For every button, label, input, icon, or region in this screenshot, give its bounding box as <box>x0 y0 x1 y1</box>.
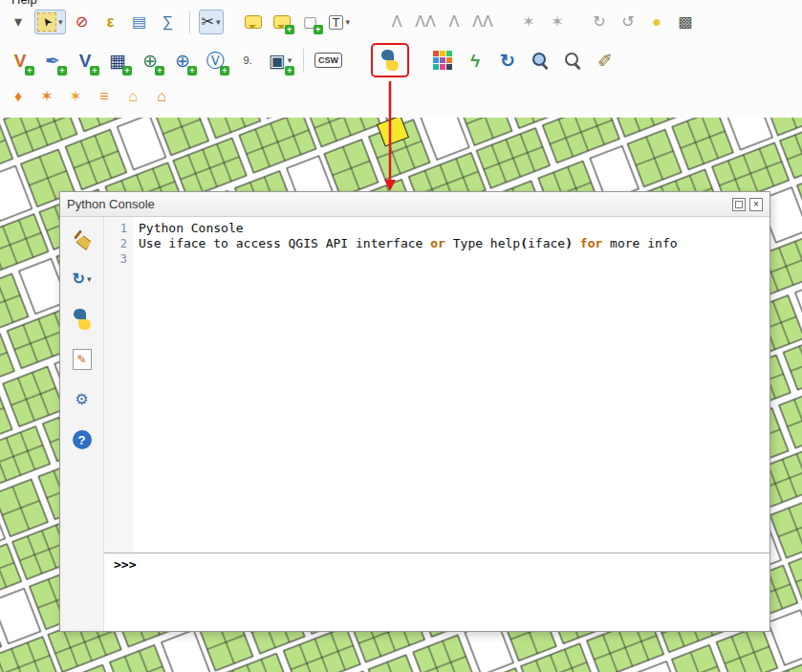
open-attribute-table-button[interactable]: ▤ <box>127 10 152 34</box>
orange-tool-1[interactable]: ♦ <box>6 84 31 109</box>
python-console-tool[interactable] <box>373 45 407 76</box>
show-editor-button[interactable]: ✎ <box>70 347 95 372</box>
python-icon <box>72 309 93 330</box>
wand-plugin-button[interactable]: ✐ <box>591 45 619 76</box>
add-vector-layer-button[interactable]: V+ <box>6 45 34 76</box>
profile-tool-4[interactable]: ΛΛ <box>470 10 495 34</box>
clear-console-button[interactable] <box>70 227 95 251</box>
import-class-icon: ↻ <box>73 271 85 287</box>
reload-plugin-button[interactable]: ↻ <box>493 45 522 76</box>
profile-tool-1[interactable]: Λ <box>384 10 409 34</box>
prompt: >>> <box>114 557 136 572</box>
metasearch-csw-button[interactable]: CSW <box>313 45 344 76</box>
droplet-icon: ♦ <box>14 89 22 104</box>
plug-plugin-button[interactable]: ϟ <box>461 45 489 76</box>
add-wcs-layer-button[interactable]: ⊕+ <box>168 45 197 76</box>
deselect-icon: ⊘ <box>76 14 88 30</box>
new-annotation-button[interactable]: + <box>270 10 294 34</box>
rotate-tool-2[interactable]: ↺ <box>616 10 640 34</box>
extra-plugins-toolbar: ♦✶✶≡⌂⌂ <box>0 82 802 111</box>
line-number-gutter: 123 <box>104 217 133 553</box>
measure-tool[interactable]: ✂▾ <box>199 10 224 34</box>
menu-help[interactable]: Help <box>11 0 37 7</box>
layer-grid-tool[interactable]: ▩ <box>673 10 698 34</box>
python-console-window: Python Console × ↻▾✎⚙? 123 Python Consol… <box>59 191 770 632</box>
console-output[interactable]: 123 Python ConsoleUse iface to access QG… <box>104 217 769 553</box>
chevron-down-icon: ▾ <box>216 17 221 27</box>
add-oracle-layer-button[interactable]: 9. <box>233 45 262 76</box>
select-features-tool[interactable]: ➤▾ <box>34 10 66 34</box>
editor-icon: ✎ <box>73 349 92 370</box>
profile-tool-2[interactable]: ΛΛ <box>413 10 438 34</box>
plus-badge: + <box>220 66 229 76</box>
search-plugin-button[interactable] <box>558 45 587 76</box>
spark-icon: ✶ <box>40 89 53 104</box>
float-button[interactable] <box>732 198 746 211</box>
console-title: Python Console <box>67 197 155 211</box>
close-button[interactable]: × <box>749 198 763 211</box>
console-line <box>139 251 764 267</box>
csw-icon: CSW <box>314 53 342 68</box>
sun-tool[interactable]: ● <box>644 10 669 34</box>
deselect-features-tool[interactable]: ⊘ <box>70 10 95 34</box>
toolbar-area: Help ▾➤▾⊘ε▤∑✂▾+▢+T▾ΛΛΛΛΛΛ✶✶↻↺●▩ V+✒+V+▦+… <box>0 0 802 118</box>
import-class-button[interactable]: ↻▾ <box>70 267 95 292</box>
add-wfs-layer-button[interactable]: Ⓥ+ <box>201 45 229 76</box>
console-title-bar[interactable]: Python Console × <box>60 192 769 217</box>
light-tool-2[interactable]: ✶ <box>545 10 570 34</box>
text-annotation-button[interactable]: T▾ <box>327 10 352 34</box>
profile-icon: Λ <box>449 14 460 30</box>
select-by-expression-tool[interactable]: ε <box>98 10 123 34</box>
spark-icon: ✶ <box>69 89 81 104</box>
new-form-annotation-button[interactable]: ▢+ <box>298 10 323 34</box>
options-button[interactable]: ⚙ <box>70 387 95 412</box>
orange-tool-3[interactable]: ✶ <box>63 84 88 109</box>
colored-grid-plugin-button[interactable] <box>428 45 457 76</box>
yellow-ball-icon: ● <box>652 14 661 30</box>
menu-bar: Help <box>11 0 37 7</box>
sigma-icon: ∑ <box>163 14 173 30</box>
console-body: ↻▾✎⚙? 123 Python ConsoleUse iface to acc… <box>60 217 769 631</box>
toolbar-overflow-chevron[interactable]: ▾ <box>6 10 31 34</box>
plus-badge: + <box>314 25 323 34</box>
run-command-button[interactable] <box>70 307 95 332</box>
console-input[interactable]: >>> <box>104 553 769 631</box>
help-button[interactable]: ? <box>70 427 95 452</box>
add-spatialite-layer-button[interactable]: ▦+ <box>103 45 132 76</box>
stack-icon: ≡ <box>99 89 108 104</box>
orange-tool-5[interactable]: ⌂ <box>120 84 145 109</box>
text-icon: T <box>329 15 344 30</box>
plugins-toolbar: V+✒+V+▦+⊕+⊕+Ⓥ+9.▣+▾CSWϟ↻✐ <box>0 41 802 79</box>
profile-tool-3[interactable]: Λ <box>442 10 466 34</box>
oracle-icon: 9. <box>243 55 251 66</box>
zoom-plugin-button[interactable] <box>526 45 554 76</box>
line-number: 2 <box>104 236 133 251</box>
python-icon <box>379 50 401 71</box>
rotate-ccw-icon: ↺ <box>621 14 634 30</box>
plus-badge: + <box>122 66 132 76</box>
chevron-down-icon: ▾ <box>58 17 63 27</box>
profile-icon: ΛΛ <box>472 14 492 30</box>
orange-tool-2[interactable]: ✶ <box>34 84 59 109</box>
plus-badge: + <box>57 66 67 76</box>
chip-icon: ▣ <box>269 52 286 70</box>
chevron-down-icon: ▾ <box>14 14 22 30</box>
statistical-summary-button[interactable]: ∑ <box>156 10 181 34</box>
speech-bubble-icon <box>245 15 262 29</box>
plus-badge: + <box>155 66 164 76</box>
chevron-down-icon: ▾ <box>345 17 350 27</box>
map-tips-button[interactable] <box>241 10 266 34</box>
add-postgis-layer-button[interactable]: V+ <box>71 45 99 76</box>
orange-tool-6[interactable]: ⌂ <box>149 84 174 109</box>
add-wms-layer-button[interactable]: ⊕+ <box>136 45 164 76</box>
sparkle-icon: ✶ <box>551 14 563 30</box>
add-virtual-layer-button[interactable]: ▣+▾ <box>266 45 294 76</box>
wand-icon: ✐ <box>597 52 613 70</box>
orange-tool-4[interactable]: ≡ <box>92 84 117 109</box>
rotate-tool-1[interactable]: ↻ <box>587 10 612 34</box>
line-number: 3 <box>104 251 133 267</box>
add-raster-layer-button[interactable]: ✒+ <box>38 45 67 76</box>
chevron-down-icon: ▾ <box>288 55 293 65</box>
gear-icon: ⚙ <box>75 392 88 407</box>
light-tool-1[interactable]: ✶ <box>516 10 541 34</box>
